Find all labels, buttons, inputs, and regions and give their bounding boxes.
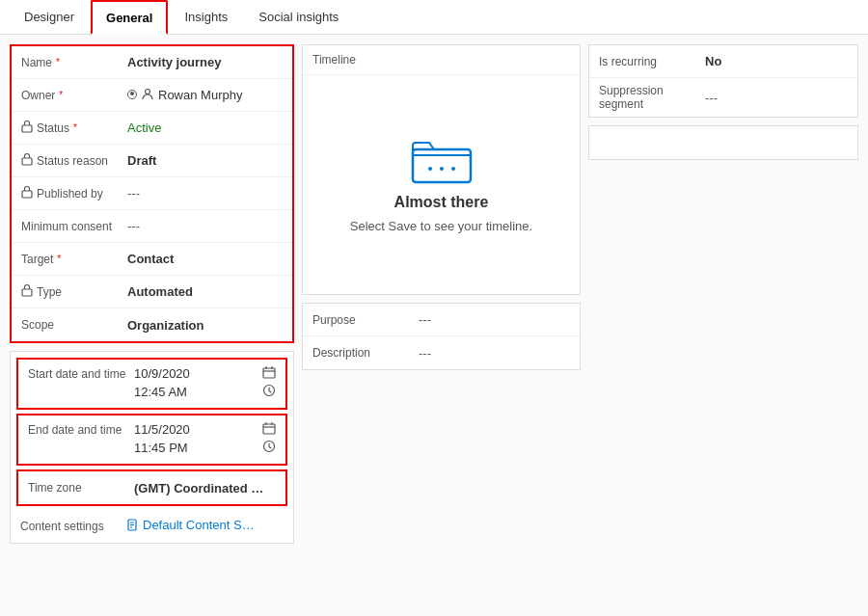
tab-social-insights[interactable]: Social insights xyxy=(244,0,353,35)
middle-panel: Timeline Almost there Select Save to see… xyxy=(302,44,581,606)
target-value[interactable]: Contact xyxy=(127,252,283,266)
document-icon xyxy=(126,519,140,532)
datetime-section: Start date and time 10/9/2020 xyxy=(10,351,294,544)
description-value[interactable]: --- xyxy=(419,346,570,361)
start-datetime-label: Start date and time xyxy=(28,365,134,381)
scope-label: Scope xyxy=(21,318,127,332)
start-time-item: 12:45 AM xyxy=(134,384,276,400)
end-time[interactable]: 11:45 PM xyxy=(134,441,188,455)
status-reason-value[interactable]: Draft xyxy=(127,153,283,168)
svg-point-0 xyxy=(146,90,150,94)
type-row: Type Automated xyxy=(12,276,292,308)
end-date-item: 11/5/2020 xyxy=(134,421,276,438)
timeline-section: Timeline Almost there Select Save to see… xyxy=(302,44,581,295)
end-calendar-icon[interactable] xyxy=(262,421,276,438)
content-settings-label: Content settings xyxy=(20,520,126,533)
lock-type-icon xyxy=(21,283,33,300)
lock-status-reason-icon xyxy=(21,152,33,169)
status-label: Status * xyxy=(21,120,127,136)
status-reason-label: Status reason xyxy=(21,152,127,169)
published-by-row: Published by --- xyxy=(12,177,292,210)
timeline-subtitle: Select Save to see your timeline. xyxy=(350,219,532,233)
status-required: * xyxy=(73,122,77,133)
owner-required: * xyxy=(59,90,63,100)
name-row: Name * Activity journey xyxy=(12,46,292,79)
end-datetime-values: 11/5/2020 11:45 PM xyxy=(134,421,276,458)
name-required: * xyxy=(56,57,60,67)
tab-general[interactable]: General xyxy=(91,0,168,35)
end-datetime-wrapper: End date and time 11/5/2020 xyxy=(16,414,287,466)
owner-row: Owner * Rowan Murphy xyxy=(12,79,292,112)
content-settings-row: Content settings Default Content Set... xyxy=(11,510,293,543)
timeline-container: Timeline Almost there Select Save to see… xyxy=(302,44,581,295)
tab-bar: Designer General Insights Social insight… xyxy=(0,0,868,35)
timezone-wrapper: Time zone (GMT) Coordinated Unive xyxy=(16,469,287,506)
description-label: Description xyxy=(312,346,419,360)
min-consent-row: Minimum consent --- xyxy=(12,210,292,243)
min-consent-label: Minimum consent xyxy=(21,220,127,233)
type-value[interactable]: Automated xyxy=(127,284,283,299)
svg-rect-5 xyxy=(263,368,275,378)
svg-rect-7 xyxy=(263,424,275,434)
published-by-value: --- xyxy=(127,186,283,201)
owner-name[interactable]: Rowan Murphy xyxy=(158,88,242,102)
is-recurring-label: Is recurring xyxy=(599,55,705,68)
content-settings-link[interactable]: Default Content Set... xyxy=(126,518,258,532)
content-settings-text[interactable]: Default Content Set... xyxy=(143,518,258,532)
folder-icon xyxy=(411,136,473,186)
timezone-row: Time zone (GMT) Coordinated Unive xyxy=(18,471,285,504)
content-settings-value: Default Content Set... xyxy=(126,518,284,535)
svg-rect-1 xyxy=(22,125,32,132)
timezone-label: Time zone xyxy=(28,481,134,495)
owner-label: Owner * xyxy=(21,89,127,102)
start-time[interactable]: 12:45 AM xyxy=(134,385,187,399)
suppression-label: Suppression segment xyxy=(599,84,705,111)
name-value[interactable]: Activity journey xyxy=(127,55,283,69)
suppression-row: Suppression segment --- xyxy=(589,78,857,117)
scope-row: Scope Organization xyxy=(12,308,292,341)
circle-icon xyxy=(127,90,137,99)
lock-published-icon xyxy=(21,185,33,201)
tab-designer[interactable]: Designer xyxy=(10,0,89,35)
svg-point-13 xyxy=(451,167,455,171)
start-datetime-wrapper: Start date and time 10/9/2020 xyxy=(16,358,287,410)
purpose-section: Purpose --- Description --- xyxy=(302,303,581,370)
min-consent-value: --- xyxy=(127,219,283,233)
suppression-value[interactable]: --- xyxy=(705,91,848,105)
start-datetime-values: 10/9/2020 12:45 AM xyxy=(134,365,276,402)
type-label: Type xyxy=(21,283,127,300)
status-value[interactable]: Active xyxy=(127,121,283,135)
start-date-item: 10/9/2020 xyxy=(134,365,276,382)
svg-rect-3 xyxy=(22,191,32,198)
svg-point-12 xyxy=(440,167,444,171)
left-panel: Name * Activity journey Owner * xyxy=(10,44,294,606)
purpose-label: Purpose xyxy=(312,313,419,327)
name-label: Name * xyxy=(21,56,127,69)
right-bottom-section xyxy=(588,125,858,160)
lock-status-icon xyxy=(21,120,33,136)
person-icon xyxy=(141,88,154,101)
scope-value[interactable]: Organization xyxy=(127,318,283,333)
start-datetime-row: Start date and time 10/9/2020 xyxy=(18,360,285,408)
timezone-value[interactable]: (GMT) Coordinated Unive xyxy=(134,481,269,495)
published-by-label: Published by xyxy=(21,185,127,201)
svg-rect-4 xyxy=(22,289,32,296)
clock-icon[interactable] xyxy=(262,384,276,400)
is-recurring-row: Is recurring No xyxy=(589,45,857,78)
timeline-label: Timeline xyxy=(303,45,580,75)
end-datetime-row: End date and time 11/5/2020 xyxy=(18,415,285,464)
start-date[interactable]: 10/9/2020 xyxy=(134,366,190,381)
status-row: Status * Active xyxy=(12,112,292,145)
svg-rect-2 xyxy=(22,158,32,165)
end-date[interactable]: 11/5/2020 xyxy=(134,422,190,437)
purpose-value[interactable]: --- xyxy=(419,312,570,327)
end-clock-icon[interactable] xyxy=(262,440,276,456)
target-label: Target * xyxy=(21,253,127,266)
status-reason-row: Status reason Draft xyxy=(12,145,292,177)
tab-insights[interactable]: Insights xyxy=(170,0,242,35)
timeline-empty-state: Almost there Select Save to see your tim… xyxy=(303,75,580,294)
end-datetime-label: End date and time xyxy=(28,421,134,437)
right-panel: Is recurring No Suppression segment --- xyxy=(588,44,858,606)
calendar-icon[interactable] xyxy=(262,365,276,382)
description-row: Description --- xyxy=(303,336,580,369)
